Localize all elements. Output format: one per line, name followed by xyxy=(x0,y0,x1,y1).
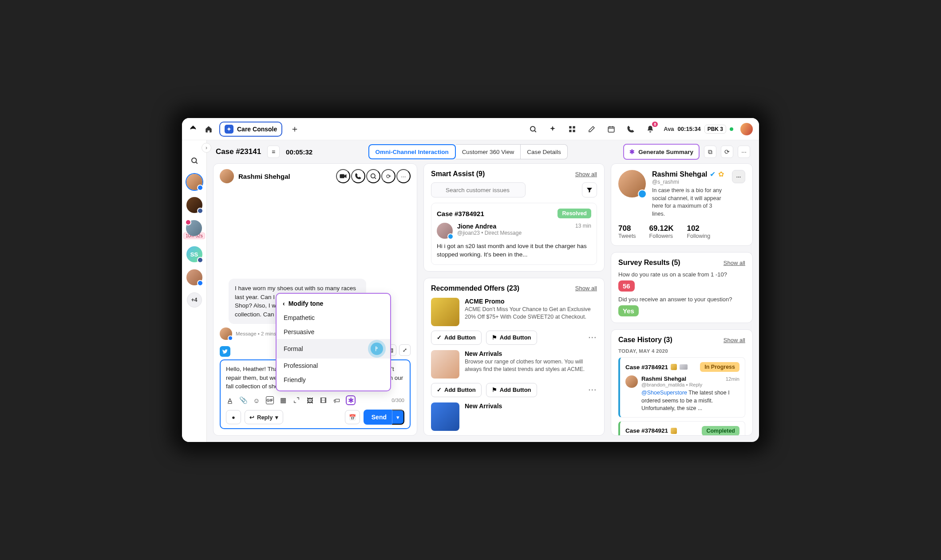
svg-rect-4 xyxy=(573,130,575,132)
ai-assist-icon[interactable]: ✱ xyxy=(346,395,356,405)
ai-spark-button[interactable] xyxy=(546,123,559,135)
rail-conversation-5[interactable] xyxy=(186,269,202,285)
right-column: Rashmi Shehgal ✔ ✿ @s_rashmi In case the… xyxy=(611,163,753,436)
offer-add-flag[interactable]: ⚑ Add Button xyxy=(486,383,537,397)
related-case-name: Jione Andrea xyxy=(457,223,522,230)
case-title: Case #23141 xyxy=(216,147,261,156)
smart-assist-search[interactable] xyxy=(431,182,526,197)
channel-dot-icon xyxy=(197,280,203,286)
profile-avatar[interactable] xyxy=(618,170,646,197)
channel-twitter-icon[interactable] xyxy=(220,346,230,357)
agent-avatar[interactable] xyxy=(740,123,753,135)
global-search-button[interactable] xyxy=(527,123,539,135)
rail-conversation-2[interactable] xyxy=(186,197,202,213)
schedule-button[interactable]: 📅 xyxy=(345,410,360,424)
survey-a1: 56 xyxy=(618,280,635,292)
survey-showall[interactable]: Show all xyxy=(724,260,745,266)
channel-dot-icon xyxy=(197,208,203,214)
channel-dot-icon xyxy=(447,233,454,240)
send-button[interactable]: Send xyxy=(364,410,395,425)
offer-title: ACME Promo xyxy=(465,298,597,305)
offer-add-check[interactable]: ✓ Add Button xyxy=(431,331,482,345)
compose-button[interactable] xyxy=(585,123,598,135)
video-call-button[interactable] xyxy=(336,169,350,183)
app-window: ✦ Care Console ＋ 8 Ava 00:15:34 PBK 3 xyxy=(182,118,759,442)
offer-overflow[interactable]: ··· xyxy=(589,334,597,342)
related-case-avatar xyxy=(437,223,453,239)
home-button[interactable] xyxy=(202,123,215,135)
profile-stats: 708Tweets 69.12KFollowers 102Following xyxy=(618,224,745,239)
rail-conversation-4[interactable]: SS xyxy=(186,246,202,262)
tab-omni[interactable]: Omni-Channel Interaction xyxy=(368,144,456,159)
tone-option-empathetic[interactable]: Empathetic xyxy=(277,311,390,325)
offer-body: ACME Don't Miss Your Chance to Get an Ex… xyxy=(465,306,597,321)
calendar-button[interactable] xyxy=(605,123,617,135)
rail-conversation-1[interactable] xyxy=(186,174,202,190)
chat-search-button[interactable] xyxy=(366,169,380,183)
refresh-button[interactable]: ⟳ xyxy=(721,146,733,158)
svg-rect-7 xyxy=(340,174,345,178)
case-menu-button[interactable]: ≡ xyxy=(267,146,280,158)
mention-link[interactable]: @ShoeSuperstore xyxy=(641,390,687,396)
smart-assist-showall[interactable]: Show all xyxy=(575,171,597,177)
priority-icon xyxy=(671,428,677,434)
offers-title: Recommended Offers (23) xyxy=(431,284,519,292)
composer-expand-button[interactable]: ⤢ xyxy=(399,344,411,356)
voice-call-button[interactable] xyxy=(351,169,365,183)
popout-button[interactable]: ⧉ xyxy=(704,146,716,158)
text-format-icon[interactable]: A xyxy=(226,396,234,404)
generate-summary-button[interactable]: ✱ Generate Summary xyxy=(623,144,700,160)
agent-status[interactable]: Ava 00:15:34 PBK 3 xyxy=(664,125,733,134)
profile-overflow[interactable]: ··· xyxy=(732,170,745,183)
tone-option-friendly[interactable]: Friendly xyxy=(277,373,390,387)
survey-q1: How do you rate us on a scale from 1 -10… xyxy=(618,271,745,278)
phone-button[interactable] xyxy=(625,123,637,135)
chat-refresh-button[interactable]: ⟳ xyxy=(381,169,395,183)
rail-expand-button[interactable]: › xyxy=(202,143,211,153)
offer-add-check[interactable]: ✓ Add Button xyxy=(431,383,482,397)
tab-360[interactable]: Customer 360 View xyxy=(456,144,521,159)
message-avatar xyxy=(220,327,232,340)
smart-assist-filter[interactable] xyxy=(582,182,597,197)
history-item[interactable]: Case #3784921 Completed Rashmi Shehgal 1… xyxy=(618,421,745,436)
customer-avatar[interactable] xyxy=(220,169,234,183)
chat-overflow-button[interactable]: ··· xyxy=(396,169,411,183)
profile-name: Rashmi Shehgal xyxy=(652,170,707,178)
snippet-icon[interactable]: ⌞⌝ xyxy=(293,396,300,404)
rail-search-button[interactable] xyxy=(188,154,201,167)
tone-option-persuasive[interactable]: Persuasive xyxy=(277,325,390,339)
add-tab-button[interactable]: ＋ xyxy=(289,123,301,135)
offers-showall[interactable]: Show all xyxy=(575,285,597,292)
middle-column: Smart Assist (9) Show all xyxy=(423,163,605,436)
app-body: › 10m 32s SS +4 Case #23141 ≡ 00:05:32 O… xyxy=(182,140,759,442)
image-icon[interactable]: 🖼 xyxy=(306,396,314,404)
reply-mode-button[interactable]: ↩ Reply ▾ xyxy=(245,410,283,424)
table-icon[interactable]: ▦ xyxy=(279,396,287,404)
tab-details[interactable]: Case Details xyxy=(521,144,568,159)
offer-add-flag[interactable]: ⚑ Add Button xyxy=(486,331,537,345)
tone-popover-header[interactable]: ‹Modify tone xyxy=(277,297,390,311)
rail-more-button[interactable]: +4 xyxy=(187,292,202,308)
channel-picker-button[interactable]: ● xyxy=(226,410,241,424)
history-card: Case History (3) Show all TODAY, MAY 4 2… xyxy=(611,329,753,436)
tone-option-professional[interactable]: Professional xyxy=(277,359,390,373)
attachment-icon[interactable]: 📎 xyxy=(239,396,247,404)
related-case-time: 13 min xyxy=(575,223,591,239)
related-case[interactable]: Case #3784921 Resolved Jione Andrea @jio… xyxy=(431,203,597,265)
video-icon[interactable]: 🎞 xyxy=(319,396,327,404)
send-options-button[interactable]: ▾ xyxy=(392,410,404,425)
svg-rect-3 xyxy=(569,130,571,132)
history-item[interactable]: Case #3784921 In Progress Rashmi Shehgal xyxy=(618,357,745,418)
tag-icon[interactable]: 🏷 xyxy=(332,396,340,404)
notifications-button[interactable]: 8 xyxy=(644,123,656,135)
offer-overflow[interactable]: ··· xyxy=(589,386,597,394)
offer-thumb xyxy=(431,402,459,431)
workspace-tab[interactable]: ✦ Care Console xyxy=(219,122,282,137)
modify-tone-popover: ‹Modify tone Empathetic Persuasive Forma… xyxy=(276,293,391,391)
apps-grid-button[interactable] xyxy=(566,123,578,135)
emoji-icon[interactable]: ☺ xyxy=(253,396,261,404)
tone-option-formal[interactable]: Formal xyxy=(277,339,390,359)
gif-icon[interactable]: GIF xyxy=(266,396,274,404)
case-overflow-button[interactable]: ··· xyxy=(738,146,750,158)
history-showall[interactable]: Show all xyxy=(724,337,745,343)
